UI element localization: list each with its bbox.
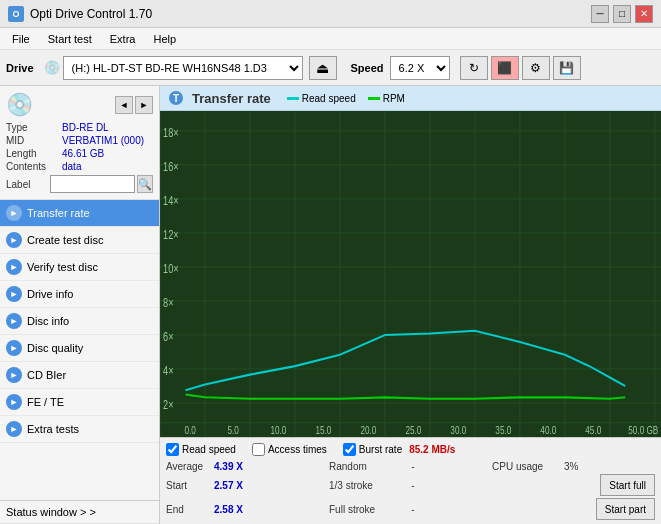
nav-label-transfer-rate: Transfer rate bbox=[27, 207, 90, 219]
svg-text:14×: 14× bbox=[163, 193, 179, 207]
toolbar-buttons: ↻ ⬛ ⚙ 💾 bbox=[460, 56, 581, 80]
nav-transfer-rate[interactable]: ► Transfer rate bbox=[0, 200, 159, 227]
nav-extra-tests[interactable]: ► Extra tests bbox=[0, 416, 159, 443]
svg-text:20.0: 20.0 bbox=[360, 424, 376, 437]
nav-icon-create-test-disc: ► bbox=[6, 232, 22, 248]
end-label: End bbox=[166, 504, 214, 515]
stat-cpu: CPU usage 3% bbox=[492, 461, 655, 472]
disc-label-icon-button[interactable]: 🔍 bbox=[137, 175, 153, 193]
minimize-button[interactable]: ─ bbox=[591, 5, 609, 23]
svg-text:0.0: 0.0 bbox=[185, 424, 197, 437]
chart-svg: 18× 16× 14× 12× 10× 8× 6× 4× 2× 0.0 5.0 … bbox=[160, 111, 661, 437]
nav-icon-disc-quality: ► bbox=[6, 340, 22, 356]
read-speed-checkbox-label: Read speed bbox=[182, 444, 236, 455]
menu-start-test[interactable]: Start test bbox=[40, 31, 100, 47]
stats-row-average: Average 4.39 X Random - CPU usage 3% bbox=[166, 461, 655, 472]
nav-label-disc-quality: Disc quality bbox=[27, 342, 83, 354]
stroke1-3-value: - bbox=[401, 480, 425, 491]
burst-rate-checkbox-item[interactable]: Burst rate 85.2 MB/s bbox=[343, 443, 456, 456]
start-label: Start bbox=[166, 480, 214, 491]
svg-text:12×: 12× bbox=[163, 227, 179, 241]
nav-disc-quality[interactable]: ► Disc quality bbox=[0, 335, 159, 362]
svg-text:16×: 16× bbox=[163, 159, 179, 173]
full-stroke-value: - bbox=[401, 504, 425, 515]
chart-title: Transfer rate bbox=[192, 91, 271, 106]
nav-verify-test-disc[interactable]: ► Verify test disc bbox=[0, 254, 159, 281]
menu-extra[interactable]: Extra bbox=[102, 31, 144, 47]
menubar: File Start test Extra Help bbox=[0, 28, 661, 50]
app-icon: O bbox=[8, 6, 24, 22]
nav-label-drive-info: Drive info bbox=[27, 288, 73, 300]
stat-full-stroke: Full stroke - bbox=[329, 504, 492, 515]
random-value: - bbox=[401, 461, 425, 472]
legend-read-speed: Read speed bbox=[287, 93, 356, 104]
stop-button[interactable]: ⬛ bbox=[491, 56, 519, 80]
stats-row-start: Start 2.57 X 1/3 stroke - Start full bbox=[166, 474, 655, 496]
drive-select[interactable]: (H:) HL-DT-ST BD-RE WH16NS48 1.D3 bbox=[63, 56, 303, 80]
svg-text:45.0: 45.0 bbox=[585, 424, 601, 437]
disc-icon: 💿 bbox=[6, 92, 33, 118]
access-times-checkbox-item[interactable]: Access times bbox=[252, 443, 327, 456]
svg-text:10.0: 10.0 bbox=[270, 424, 286, 437]
svg-rect-2 bbox=[160, 111, 661, 437]
disc-label-input[interactable] bbox=[50, 175, 135, 193]
nav-cd-bier[interactable]: ► CD BIer bbox=[0, 362, 159, 389]
cpu-value: 3% bbox=[564, 461, 578, 472]
read-speed-checkbox[interactable] bbox=[166, 443, 179, 456]
disc-header: 💿 ◄ ► bbox=[6, 92, 153, 118]
full-stroke-label: Full stroke bbox=[329, 504, 401, 515]
chart-icon: T bbox=[168, 90, 184, 106]
nav-label-fe-te: FE / TE bbox=[27, 396, 64, 408]
nav-create-test-disc[interactable]: ► Create test disc bbox=[0, 227, 159, 254]
close-button[interactable]: ✕ bbox=[635, 5, 653, 23]
maximize-button[interactable]: □ bbox=[613, 5, 631, 23]
svg-text:25.0: 25.0 bbox=[405, 424, 421, 437]
nav-label-cd-bier: CD BIer bbox=[27, 369, 66, 381]
status-window-item[interactable]: Status window > > bbox=[0, 501, 159, 524]
svg-text:15.0: 15.0 bbox=[315, 424, 331, 437]
speed-select[interactable]: 6.2 X bbox=[390, 56, 450, 80]
disc-type-field: Type BD-RE DL bbox=[6, 122, 153, 133]
disc-nav-arrows: ◄ ► bbox=[115, 96, 153, 114]
eject-button[interactable]: ⏏ bbox=[309, 56, 337, 80]
nav-label-create-test-disc: Create test disc bbox=[27, 234, 103, 246]
burst-rate-value: 85.2 MB/s bbox=[409, 444, 455, 455]
burst-rate-checkbox[interactable] bbox=[343, 443, 356, 456]
drive-icon: 💿 bbox=[44, 60, 60, 75]
menu-help[interactable]: Help bbox=[145, 31, 184, 47]
sidebar: 💿 ◄ ► Type BD-RE DL MID VERBATIM1 (000) … bbox=[0, 86, 160, 524]
disc-length-field: Length 46.61 GB bbox=[6, 148, 153, 159]
legend-read-speed-label: Read speed bbox=[302, 93, 356, 104]
svg-text:2×: 2× bbox=[163, 397, 173, 411]
cpu-label: CPU usage bbox=[492, 461, 564, 472]
average-label: Average bbox=[166, 461, 214, 472]
stat-end: End 2.58 X bbox=[166, 504, 329, 515]
save-button[interactable]: 💾 bbox=[553, 56, 581, 80]
settings-button[interactable]: ⚙ bbox=[522, 56, 550, 80]
read-speed-checkbox-item[interactable]: Read speed bbox=[166, 443, 236, 456]
legend-rpm-label: RPM bbox=[383, 93, 405, 104]
main-layout: 💿 ◄ ► Type BD-RE DL MID VERBATIM1 (000) … bbox=[0, 86, 661, 524]
start-part-button[interactable]: Start part bbox=[596, 498, 655, 520]
menu-file[interactable]: File bbox=[4, 31, 38, 47]
disc-label-field: Label 🔍 bbox=[6, 175, 153, 193]
status-section: Status window > > bbox=[0, 500, 159, 524]
refresh-button[interactable]: ↻ bbox=[460, 56, 488, 80]
disc-prev-button[interactable]: ◄ bbox=[115, 96, 133, 114]
start-full-button[interactable]: Start full bbox=[600, 474, 655, 496]
stats-rows: Average 4.39 X Random - CPU usage 3% bbox=[166, 459, 655, 522]
average-value: 4.39 X bbox=[214, 461, 254, 472]
nav-disc-info[interactable]: ► Disc info bbox=[0, 308, 159, 335]
nav-items: ► Transfer rate ► Create test disc ► Ver… bbox=[0, 200, 159, 500]
disc-next-button[interactable]: ► bbox=[135, 96, 153, 114]
disc-mid-value: VERBATIM1 (000) bbox=[62, 135, 144, 146]
checkboxes-row: Read speed Access times Burst rate 85.2 … bbox=[166, 440, 655, 459]
nav-drive-info[interactable]: ► Drive info bbox=[0, 281, 159, 308]
disc-contents-label: Contents bbox=[6, 161, 62, 172]
disc-label-label: Label bbox=[6, 179, 50, 190]
titlebar: O Opti Drive Control 1.70 ─ □ ✕ bbox=[0, 0, 661, 28]
burst-rate-checkbox-label: Burst rate bbox=[359, 444, 402, 455]
access-times-checkbox[interactable] bbox=[252, 443, 265, 456]
nav-fe-te[interactable]: ► FE / TE bbox=[0, 389, 159, 416]
nav-icon-verify-test-disc: ► bbox=[6, 259, 22, 275]
